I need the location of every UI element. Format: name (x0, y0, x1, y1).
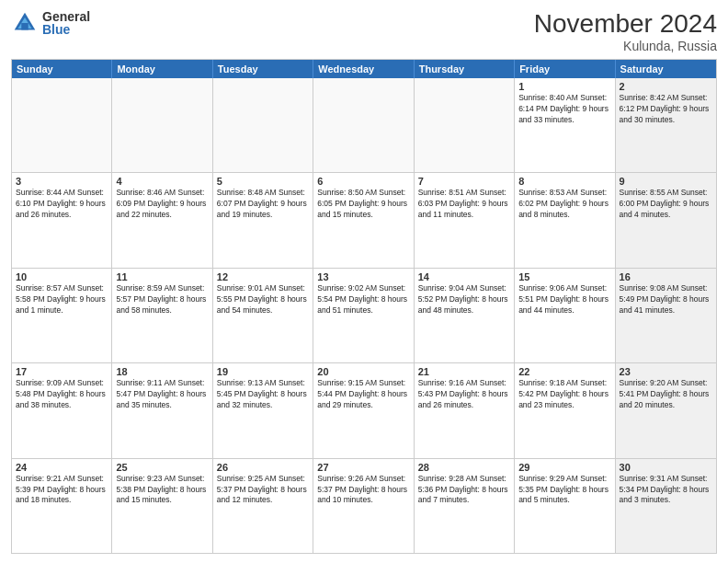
day-info: Sunrise: 9:18 AM Sunset: 5:42 PM Dayligh… (518, 378, 610, 411)
day-cell: 10Sunrise: 8:57 AM Sunset: 5:58 PM Dayli… (12, 269, 112, 362)
week-row-3: 10Sunrise: 8:57 AM Sunset: 5:58 PM Dayli… (12, 269, 716, 363)
day-number: 14 (418, 271, 510, 282)
day-cell: 4Sunrise: 8:46 AM Sunset: 6:09 PM Daylig… (112, 173, 212, 267)
week-row-1: 1Sunrise: 8:40 AM Sunset: 6:14 PM Daylig… (12, 78, 716, 173)
day-cell: 30Sunrise: 9:31 AM Sunset: 5:34 PM Dayli… (616, 459, 716, 553)
day-info: Sunrise: 8:53 AM Sunset: 6:02 PM Dayligh… (518, 188, 610, 221)
day-cell: 11Sunrise: 8:59 AM Sunset: 5:57 PM Dayli… (112, 269, 212, 362)
location: Kulunda, Russia (534, 39, 717, 53)
day-number: 18 (116, 366, 208, 377)
week-row-2: 3Sunrise: 8:44 AM Sunset: 6:10 PM Daylig… (12, 173, 716, 268)
month-title: November 2024 (534, 9, 717, 39)
day-number: 9 (620, 176, 712, 187)
logo-icon (11, 9, 39, 37)
logo: General Blue (11, 9, 90, 37)
day-header-sunday: Sunday (12, 60, 112, 78)
day-info: Sunrise: 9:08 AM Sunset: 5:49 PM Dayligh… (620, 283, 712, 316)
day-info: Sunrise: 9:28 AM Sunset: 5:36 PM Dayligh… (418, 474, 510, 507)
day-cell: 23Sunrise: 9:20 AM Sunset: 5:41 PM Dayli… (616, 363, 716, 457)
day-info: Sunrise: 9:25 AM Sunset: 5:37 PM Dayligh… (217, 474, 309, 507)
day-cell: 25Sunrise: 9:23 AM Sunset: 5:38 PM Dayli… (112, 459, 212, 553)
day-cell: 28Sunrise: 9:28 AM Sunset: 5:36 PM Dayli… (415, 459, 515, 553)
day-cell (112, 78, 212, 172)
week-row-5: 24Sunrise: 9:21 AM Sunset: 5:39 PM Dayli… (12, 459, 716, 553)
day-info: Sunrise: 8:40 AM Sunset: 6:14 PM Dayligh… (518, 93, 610, 126)
day-cell: 16Sunrise: 9:08 AM Sunset: 5:49 PM Dayli… (616, 269, 716, 362)
day-info: Sunrise: 8:50 AM Sunset: 6:05 PM Dayligh… (317, 188, 409, 221)
day-cell: 6Sunrise: 8:50 AM Sunset: 6:05 PM Daylig… (313, 173, 414, 267)
day-cell: 3Sunrise: 8:44 AM Sunset: 6:10 PM Daylig… (12, 173, 112, 267)
day-info: Sunrise: 9:23 AM Sunset: 5:38 PM Dayligh… (116, 474, 208, 507)
page: General Blue November 2024 Kulunda, Russ… (0, 0, 728, 563)
day-info: Sunrise: 9:29 AM Sunset: 5:35 PM Dayligh… (518, 474, 610, 507)
week-row-4: 17Sunrise: 9:09 AM Sunset: 5:48 PM Dayli… (12, 363, 716, 458)
day-info: Sunrise: 9:06 AM Sunset: 5:51 PM Dayligh… (518, 283, 610, 316)
day-number: 3 (16, 176, 108, 187)
day-info: Sunrise: 9:31 AM Sunset: 5:34 PM Dayligh… (620, 474, 712, 507)
day-number: 25 (116, 462, 208, 473)
logo-text: General Blue (42, 10, 90, 36)
day-number: 15 (518, 271, 610, 282)
day-cell (415, 78, 515, 172)
day-header-tuesday: Tuesday (213, 60, 313, 78)
header: General Blue November 2024 Kulunda, Russ… (11, 9, 717, 53)
day-number: 10 (16, 271, 108, 282)
day-number: 1 (518, 81, 610, 92)
day-cell: 29Sunrise: 9:29 AM Sunset: 5:35 PM Dayli… (515, 459, 615, 553)
day-cell: 12Sunrise: 9:01 AM Sunset: 5:55 PM Dayli… (213, 269, 313, 362)
day-number: 13 (317, 271, 409, 282)
day-info: Sunrise: 8:42 AM Sunset: 6:12 PM Dayligh… (620, 93, 712, 126)
day-header-monday: Monday (112, 60, 212, 78)
day-cell: 19Sunrise: 9:13 AM Sunset: 5:45 PM Dayli… (213, 363, 313, 457)
day-info: Sunrise: 9:15 AM Sunset: 5:44 PM Dayligh… (317, 378, 409, 411)
day-info: Sunrise: 8:57 AM Sunset: 5:58 PM Dayligh… (16, 283, 108, 316)
day-number: 28 (418, 462, 510, 473)
day-cell: 7Sunrise: 8:51 AM Sunset: 6:03 PM Daylig… (415, 173, 515, 267)
day-cell: 27Sunrise: 9:26 AM Sunset: 5:37 PM Dayli… (313, 459, 414, 553)
day-info: Sunrise: 8:51 AM Sunset: 6:03 PM Dayligh… (418, 188, 510, 221)
day-info: Sunrise: 9:20 AM Sunset: 5:41 PM Dayligh… (620, 378, 712, 411)
calendar-body: 1Sunrise: 8:40 AM Sunset: 6:14 PM Daylig… (12, 78, 716, 553)
day-info: Sunrise: 8:46 AM Sunset: 6:09 PM Dayligh… (116, 188, 208, 221)
day-info: Sunrise: 9:09 AM Sunset: 5:48 PM Dayligh… (16, 378, 108, 411)
day-cell: 24Sunrise: 9:21 AM Sunset: 5:39 PM Dayli… (12, 459, 112, 553)
day-info: Sunrise: 9:11 AM Sunset: 5:47 PM Dayligh… (116, 378, 208, 411)
day-cell: 21Sunrise: 9:16 AM Sunset: 5:43 PM Dayli… (415, 363, 515, 457)
day-info: Sunrise: 9:13 AM Sunset: 5:45 PM Dayligh… (217, 378, 309, 411)
day-cell: 22Sunrise: 9:18 AM Sunset: 5:42 PM Dayli… (515, 363, 615, 457)
day-cell: 2Sunrise: 8:42 AM Sunset: 6:12 PM Daylig… (616, 78, 716, 172)
day-number: 20 (317, 366, 409, 377)
day-number: 30 (620, 462, 712, 473)
day-cell: 13Sunrise: 9:02 AM Sunset: 5:54 PM Dayli… (313, 269, 414, 362)
day-header-wednesday: Wednesday (313, 60, 414, 78)
calendar: SundayMondayTuesdayWednesdayThursdayFrid… (11, 59, 717, 554)
day-cell (12, 78, 112, 172)
day-header-friday: Friday (515, 60, 615, 78)
day-cell: 14Sunrise: 9:04 AM Sunset: 5:52 PM Dayli… (415, 269, 515, 362)
day-header-saturday: Saturday (616, 60, 716, 78)
day-number: 29 (518, 462, 610, 473)
day-number: 16 (620, 271, 712, 282)
logo-blue-text: Blue (42, 23, 90, 36)
day-number: 4 (116, 176, 208, 187)
day-number: 12 (217, 271, 309, 282)
day-cell (213, 78, 313, 172)
day-cell: 17Sunrise: 9:09 AM Sunset: 5:48 PM Dayli… (12, 363, 112, 457)
day-number: 7 (418, 176, 510, 187)
day-number: 17 (16, 366, 108, 377)
day-cell: 18Sunrise: 9:11 AM Sunset: 5:47 PM Dayli… (112, 363, 212, 457)
day-number: 22 (518, 366, 610, 377)
day-info: Sunrise: 9:04 AM Sunset: 5:52 PM Dayligh… (418, 283, 510, 316)
logo-general: General (42, 10, 90, 23)
day-cell: 5Sunrise: 8:48 AM Sunset: 6:07 PM Daylig… (213, 173, 313, 267)
day-number: 24 (16, 462, 108, 473)
day-cell: 20Sunrise: 9:15 AM Sunset: 5:44 PM Dayli… (313, 363, 414, 457)
title-block: November 2024 Kulunda, Russia (534, 9, 717, 53)
svg-rect-2 (21, 23, 28, 30)
day-cell: 26Sunrise: 9:25 AM Sunset: 5:37 PM Dayli… (213, 459, 313, 553)
day-number: 19 (217, 366, 309, 377)
day-info: Sunrise: 8:55 AM Sunset: 6:00 PM Dayligh… (620, 188, 712, 221)
day-cell: 9Sunrise: 8:55 AM Sunset: 6:00 PM Daylig… (616, 173, 716, 267)
day-number: 21 (418, 366, 510, 377)
day-info: Sunrise: 9:01 AM Sunset: 5:55 PM Dayligh… (217, 283, 309, 316)
